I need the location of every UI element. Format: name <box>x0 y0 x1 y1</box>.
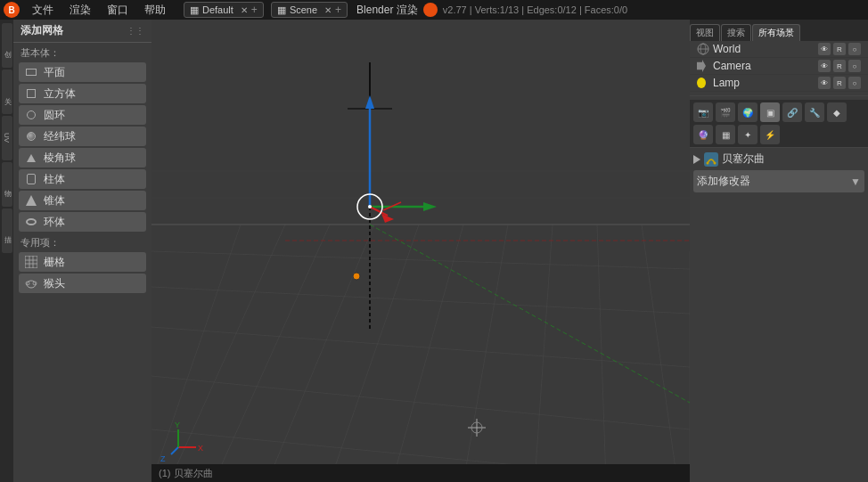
camera-label: Camera <box>713 60 751 72</box>
add-modifier-arrow: ▼ <box>850 176 861 188</box>
material-props-icon[interactable]: 🔮 <box>693 125 713 144</box>
particle-props-icon[interactable]: ✦ <box>738 125 757 144</box>
add-cylinder-button[interactable]: 柱体 <box>19 169 146 189</box>
viewport-3d[interactable]: 用户视图（透视） + <box>151 20 690 482</box>
panel-title: 添加网格 <box>20 23 63 38</box>
uvsphere-label: 经纬球 <box>44 129 76 144</box>
cylinder-icon <box>24 172 38 186</box>
world-action-3[interactable]: ○ <box>848 43 861 55</box>
svg-point-41 <box>353 273 360 280</box>
grid-icon <box>24 255 38 269</box>
viewport-canvas: X Y Z <box>151 20 690 482</box>
cone-icon <box>24 193 38 208</box>
lamp-label: Lamp <box>713 77 740 89</box>
bezier-object-icon <box>704 152 718 167</box>
object-props-icon[interactable]: ▣ <box>760 102 780 122</box>
camera-icon <box>697 60 709 72</box>
outliner-item-lamp[interactable]: Lamp 👁 R ○ <box>690 75 868 92</box>
expand-triangle[interactable] <box>693 155 700 164</box>
tool-create[interactable]: 创 <box>2 23 12 68</box>
svg-rect-0 <box>25 256 37 268</box>
object-info: (1) 贝塞尔曲 <box>159 467 213 480</box>
world-action-1[interactable]: 👁 <box>818 43 831 55</box>
circle-icon <box>24 108 38 122</box>
version-info: v2.77 | Verts:1/13 | Edges:0/12 | Faces:… <box>443 4 627 15</box>
add-cone-button[interactable]: 锥体 <box>19 191 146 210</box>
outliner-item-world[interactable]: World 👁 R ○ <box>690 41 868 58</box>
cam-action-1[interactable]: 👁 <box>818 60 831 72</box>
render-engine-label: Blender 渲染 <box>356 3 418 18</box>
monkey-label: 猴头 <box>44 276 65 291</box>
add-uvsphere-button[interactable]: 经纬球 <box>19 127 146 146</box>
menu-window[interactable]: 窗口 <box>100 1 135 20</box>
blender-logo[interactable]: B <box>4 2 20 18</box>
menu-bar: 文件 渲染 窗口 帮助 <box>25 1 173 20</box>
add-mesh-panel: 添加网格 ⋮⋮ 基本体： 平面 立方体 圆环 经纬球 棱角球 柱体 锥体 环体 … <box>13 20 151 482</box>
tab-search[interactable]: 搜索 <box>721 24 751 41</box>
tool-relations[interactable]: 关 <box>2 69 12 114</box>
add-modifier-button[interactable]: 添加修改器 ▼ <box>693 170 864 192</box>
cone-label: 锥体 <box>44 193 65 208</box>
right-panel-tabs: 视图 搜索 所有场景 <box>690 20 868 41</box>
add-grid-button[interactable]: 栅格 <box>19 252 146 272</box>
lamp-action-2[interactable]: R <box>833 77 846 89</box>
modifier-props-icon[interactable]: 🔧 <box>805 102 824 122</box>
engine-icon <box>423 3 438 17</box>
render-props-icon[interactable]: 📷 <box>693 102 713 122</box>
panel-options[interactable]: ⋮⋮ <box>127 26 144 36</box>
tab-icon-2: ▦ <box>277 4 286 16</box>
world-props-icon[interactable]: 🌍 <box>738 102 757 122</box>
viewport-status-bar: (1) 贝塞尔曲 <box>151 464 690 482</box>
add-monkey-button[interactable]: 猴头 <box>19 274 146 293</box>
tab-add-2[interactable]: + <box>335 4 341 16</box>
texture-props-icon[interactable]: ▦ <box>716 125 735 144</box>
tool-grease[interactable]: 描 <box>2 208 12 253</box>
data-props-icon[interactable]: ◆ <box>827 102 847 122</box>
add-torus-button[interactable]: 环体 <box>19 212 146 232</box>
add-plane-button[interactable]: 平面 <box>19 62 146 82</box>
add-icosphere-button[interactable]: 棱角球 <box>19 148 146 167</box>
workspace-tab-default[interactable]: ▦ Default ✕ + <box>184 2 264 18</box>
plane-icon <box>24 65 38 79</box>
tool-physics[interactable]: 物 <box>2 162 12 207</box>
svg-rect-8 <box>151 20 690 482</box>
cube-icon <box>24 86 38 101</box>
tab-view[interactable]: 视图 <box>690 24 720 41</box>
add-circle-button[interactable]: 圆环 <box>19 105 146 125</box>
bezier-label: 贝塞尔曲 <box>722 151 765 167</box>
menu-render[interactable]: 渲染 <box>62 1 98 20</box>
top-menu-bar: B 文件 渲染 窗口 帮助 ▦ Default ✕ + ▦ Scene ✕ + … <box>0 0 868 20</box>
tab-close-scene[interactable]: ✕ <box>324 5 332 15</box>
basic-section-label: 基本体： <box>13 43 151 61</box>
left-tool-strip: 创 关 UV 物 描 <box>0 20 13 482</box>
icosphere-icon <box>24 151 38 165</box>
tab-icon-1: ▦ <box>190 4 199 16</box>
world-action-2[interactable]: R <box>833 43 846 55</box>
tab-label-default: Default <box>202 4 233 15</box>
lamp-action-1[interactable]: 👁 <box>818 77 831 89</box>
cube-label: 立方体 <box>44 86 76 102</box>
cam-action-3[interactable]: ○ <box>848 60 861 72</box>
svg-text:Y: Y <box>175 421 180 429</box>
bezier-prop-row: 贝塞尔曲 <box>693 151 864 167</box>
add-cube-button[interactable]: 立方体 <box>19 84 146 103</box>
tab-add-1[interactable]: + <box>251 4 258 16</box>
lamp-action-3[interactable]: ○ <box>848 77 861 89</box>
tool-uv[interactable]: UV <box>2 116 12 160</box>
circle-label: 圆环 <box>44 108 65 123</box>
tab-close-default[interactable]: ✕ <box>241 5 248 15</box>
outliner-item-camera[interactable]: Camera 👁 R ○ <box>690 58 868 75</box>
menu-file[interactable]: 文件 <box>25 1 61 20</box>
add-modifier-label: 添加修改器 <box>697 174 750 189</box>
tab-all-scenes[interactable]: 所有场景 <box>752 24 800 41</box>
constraint-props-icon[interactable]: 🔗 <box>782 102 802 122</box>
grid-label: 栅格 <box>44 255 65 270</box>
menu-help[interactable]: 帮助 <box>137 1 173 20</box>
world-label: World <box>713 43 741 55</box>
physics-props-icon[interactable]: ⚡ <box>760 125 780 144</box>
svg-point-40 <box>368 205 372 208</box>
workspace-tab-scene[interactable]: ▦ Scene ✕ + <box>271 2 348 18</box>
lamp-actions: 👁 R ○ <box>818 77 861 89</box>
scene-props-icon[interactable]: 🎬 <box>716 102 735 122</box>
cam-action-2[interactable]: R <box>833 60 846 72</box>
